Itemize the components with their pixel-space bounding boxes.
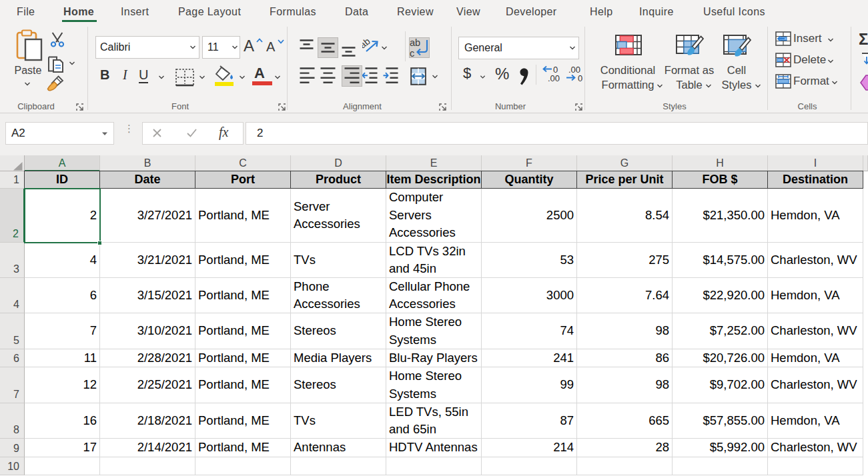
svg-text:c: c: [410, 48, 414, 58]
svg-text:ab: ab: [410, 38, 420, 48]
svg-text:.00: .00: [548, 73, 560, 83]
